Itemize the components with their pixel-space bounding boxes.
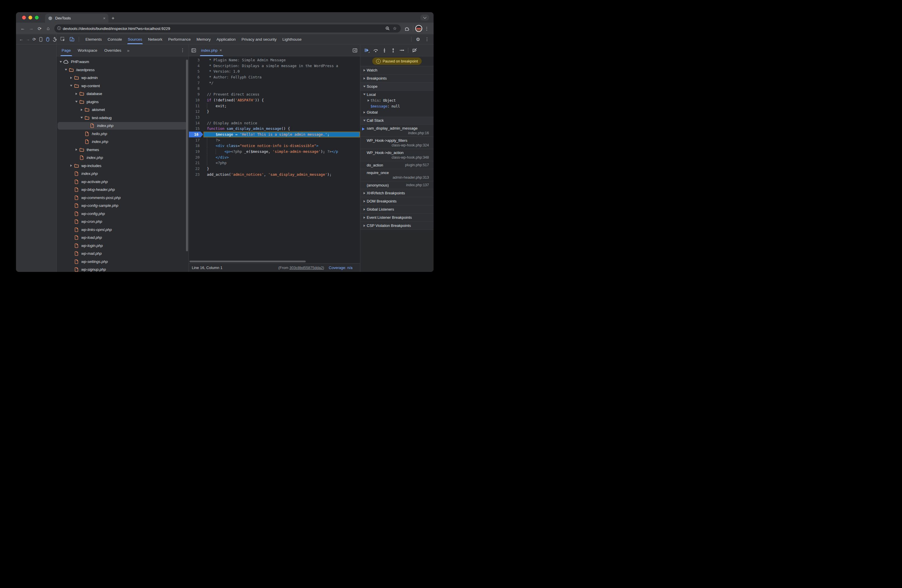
tab-memory[interactable]: Memory xyxy=(194,34,214,44)
code-line-paused[interactable]: 16 $message = 'Hello! This is a simple a… xyxy=(189,131,360,138)
maximize-window-button[interactable] xyxy=(35,16,39,19)
hide-debugger-icon[interactable] xyxy=(349,44,360,56)
section-dom-breakpoints[interactable]: DOM Breakpoints xyxy=(360,197,434,205)
line-number[interactable]: 12 xyxy=(189,109,204,114)
call-stack-frame[interactable]: WP_Hook->apply_filtersclass-wp-hook.php:… xyxy=(360,137,434,149)
tab-console[interactable]: Console xyxy=(105,34,125,44)
editor-horizontal-scrollbar[interactable] xyxy=(189,261,306,262)
section-csp-violation-breakpoints[interactable]: CSP Violation Breakpoints xyxy=(360,222,434,230)
code-area[interactable]: 3 * Plugin Name: Simple Admin Message4 *… xyxy=(189,56,360,263)
tree-item-wp-login.php[interactable]: wp-login.php xyxy=(57,242,189,250)
tab-overrides[interactable]: Overrides xyxy=(101,44,125,56)
line-number[interactable]: 7 xyxy=(189,80,204,86)
code-line[interactable]: 21 <?php xyxy=(189,160,360,166)
line-number[interactable]: 20 xyxy=(189,155,204,160)
bookmark-star-icon[interactable]: ☆ xyxy=(391,25,398,32)
scope-group-global[interactable]: Global xyxy=(360,109,434,116)
code-line[interactable]: 6 * Author: Fellyph Cintra xyxy=(189,74,360,80)
section-global-listeners[interactable]: Global Listeners xyxy=(360,205,434,214)
tree-item-test-xdebug[interactable]: test-xdebug xyxy=(57,114,189,122)
tree-item-index.php[interactable]: index.php xyxy=(57,170,189,178)
mouse-icon[interactable] xyxy=(45,37,50,42)
tab-elements[interactable]: Elements xyxy=(83,34,105,44)
code-line[interactable]: 4 * Description: Displays a simple messa… xyxy=(189,63,360,69)
navigator-menu-icon[interactable]: ⋮ xyxy=(180,44,189,56)
screencast-reload-icon[interactable]: ⟳ xyxy=(33,37,36,41)
code-line[interactable]: 7 */ xyxy=(189,80,360,86)
tab-application[interactable]: Application xyxy=(214,34,239,44)
expand-arrow-icon[interactable] xyxy=(366,98,371,104)
url-text[interactable]: devtools://devtools/bundled/inspector.ht… xyxy=(63,27,384,31)
home-icon[interactable]: ⌂ xyxy=(44,25,52,33)
line-number[interactable]: 21 xyxy=(189,160,204,166)
tree-item-wp-settings.php[interactable]: wp-settings.php xyxy=(57,258,189,266)
tab-page[interactable]: Page xyxy=(58,44,74,56)
line-number[interactable]: 6 xyxy=(189,74,204,80)
close-tab-icon[interactable]: × xyxy=(103,16,105,20)
code-line[interactable]: 11 exit; xyxy=(189,103,360,109)
scope-variable-message[interactable]: $message: null xyxy=(360,103,434,109)
browser-tab[interactable]: DevTools × xyxy=(45,14,108,23)
code-line[interactable]: 18 <div class="notice notice-info is-dis… xyxy=(189,143,360,149)
touch-icon[interactable] xyxy=(52,37,57,42)
back-icon[interactable]: ← xyxy=(19,25,27,33)
hide-navigator-icon[interactable] xyxy=(189,44,198,56)
call-stack-frame[interactable]: WP_Hook->do_actionclass-wp-hook.php:348 xyxy=(360,149,434,161)
tree-item-wp-cron.php[interactable]: wp-cron.php xyxy=(57,217,189,226)
section-event-listener-breakpoints[interactable]: Event Listener Breakpoints xyxy=(360,214,434,222)
call-stack-frame[interactable]: sam_display_admin_messageindex.php:16 xyxy=(360,125,434,137)
screencast-forward-icon[interactable]: → xyxy=(26,37,30,41)
expand-arrow-icon[interactable] xyxy=(69,74,73,82)
code-line[interactable]: 23add_action('admin_notices', 'sam_displ… xyxy=(189,172,360,178)
code-line[interactable]: 22} xyxy=(189,166,360,172)
collapse-arrow-icon[interactable] xyxy=(64,66,68,74)
tree-item-hello.php[interactable]: hello.php xyxy=(57,130,189,138)
section-watch[interactable]: Watch xyxy=(360,66,434,74)
code-line[interactable]: 13 xyxy=(189,114,360,120)
zoom-icon[interactable] xyxy=(384,25,391,32)
tab-network[interactable]: Network xyxy=(145,34,165,44)
call-stack-frame[interactable]: do_actionplugin.php:517 xyxy=(360,161,434,169)
tab-sources[interactable]: Sources xyxy=(125,34,145,44)
collapse-arrow-icon[interactable] xyxy=(58,58,63,66)
close-editor-tab-icon[interactable]: × xyxy=(219,48,222,53)
code-line[interactable]: 3 * Plugin Name: Simple Admin Message xyxy=(189,57,360,63)
editor-tab-indexphp[interactable]: index.php × xyxy=(198,44,225,56)
call-stack-frame[interactable]: require_onceadmin-header.php:313 xyxy=(360,169,434,181)
tree-item-wp-content[interactable]: wp-content xyxy=(57,82,189,90)
tree-item-wp-activate.php[interactable]: wp-activate.php xyxy=(57,178,189,186)
execution-line-marker[interactable]: 16 xyxy=(189,131,204,138)
collapse-arrow-icon[interactable] xyxy=(69,82,73,90)
tree-item-wp-admin[interactable]: wp-admin xyxy=(57,74,189,82)
expand-arrow-icon[interactable] xyxy=(69,162,73,170)
tab-privacy-security[interactable]: Privacy and security xyxy=(239,34,280,44)
tree-scrollbar[interactable] xyxy=(186,59,188,251)
section-call-stack[interactable]: Call Stack xyxy=(360,116,434,125)
tree-item-akismet[interactable]: akismet xyxy=(57,106,189,114)
tree-item-wp-signup.php[interactable]: wp-signup.php xyxy=(57,266,189,272)
tree-item-wp-links-opml.php[interactable]: wp-links-opml.php xyxy=(57,226,189,234)
line-number[interactable]: 9 xyxy=(189,92,204,97)
code-line[interactable]: 20 </div> xyxy=(189,155,360,160)
line-number[interactable]: 23 xyxy=(189,172,204,178)
line-number[interactable]: 10 xyxy=(189,97,204,103)
more-tabs-icon[interactable]: » xyxy=(125,44,132,56)
deactivate-breakpoints-button[interactable] xyxy=(410,47,418,54)
minimize-window-button[interactable] xyxy=(28,16,32,19)
line-number[interactable]: 22 xyxy=(189,166,204,172)
new-tab-button[interactable]: + xyxy=(108,14,118,23)
line-number[interactable]: 4 xyxy=(189,63,204,69)
close-window-button[interactable] xyxy=(22,16,26,19)
line-number[interactable]: 3 xyxy=(189,57,204,63)
line-number[interactable]: 8 xyxy=(189,86,204,92)
tab-lighthouse[interactable]: Lighthouse xyxy=(280,34,305,44)
section-scope[interactable]: Scope xyxy=(360,83,434,91)
page-info-icon[interactable]: ⓘ xyxy=(55,25,63,32)
code-line[interactable]: 5 * Version: 1.0 xyxy=(189,69,360,74)
extensions-icon[interactable] xyxy=(403,25,411,33)
tree-item-wp-mail.php[interactable]: wp-mail.php xyxy=(57,250,189,258)
device-frame-icon[interactable] xyxy=(39,37,43,42)
step-button[interactable] xyxy=(398,47,406,54)
code-line[interactable]: 9// Prevent direct access xyxy=(189,92,360,97)
tree-item-wp-load.php[interactable]: wp-load.php xyxy=(57,234,189,242)
